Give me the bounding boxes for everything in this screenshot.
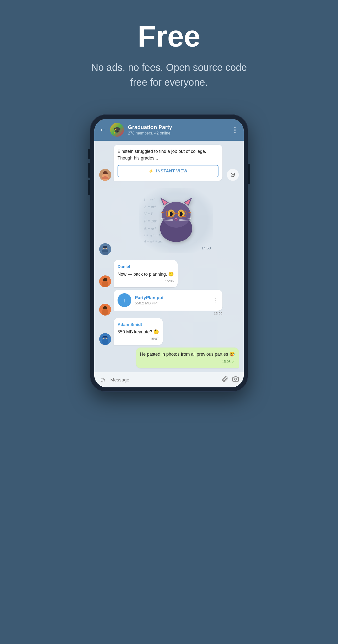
own-bubble: He pasted in photos from all previous pa… — [136, 348, 239, 368]
emoji-button[interactable]: ☺ — [99, 376, 106, 384]
article-text: Einstein struggled to find a job out of … — [117, 148, 219, 162]
daniel-bubble-wrapper: Daniel Now — back to planning. 😉 15:06 — [114, 260, 178, 287]
sticker-background: l = πr²... A = πr² V = l³ P = 2πr A = πr… — [139, 188, 213, 253]
avatar-adam-img — [99, 333, 111, 345]
daniel-bubble: Daniel Now — back to planning. 😉 15:06 — [114, 260, 178, 287]
own-message-row: He pasted in photos from all previous pa… — [99, 348, 239, 368]
phone-wrapper: ← 🎓 Graduation Party 278 members, 42 onl… — [90, 114, 248, 392]
attach-button[interactable] — [222, 376, 228, 384]
file-name[interactable]: PartyPlan.ppt — [135, 295, 210, 300]
chat-header: ← 🎓 Graduation Party 278 members, 42 onl… — [94, 119, 244, 141]
power-button — [88, 149, 90, 159]
sticker-timestamp: 14:58 — [201, 246, 211, 250]
svg-point-16 — [180, 212, 183, 216]
article-message: Einstein struggled to find a job out of … — [99, 145, 239, 181]
adam-text: 550 MB keynote? 🤔 — [117, 329, 159, 336]
daniel-message-row: Daniel Now — back to planning. 😉 15:06 — [99, 260, 239, 287]
daniel-text: Now — back to planning. 😉 — [117, 271, 174, 278]
instant-view-label: INSTANT VIEW — [156, 169, 188, 174]
bolt-icon: ⚡ — [148, 168, 154, 174]
file-menu-button[interactable]: ⋮ — [213, 297, 219, 304]
own-time-value: 15:08 — [222, 359, 231, 364]
svg-point-39 — [102, 338, 108, 345]
svg-rect-38 — [101, 338, 109, 338]
instant-view-button[interactable]: ⚡ INSTANT VIEW — [117, 165, 219, 177]
own-time: 15:08 ✓ — [140, 359, 235, 364]
avatar-file-img — [99, 304, 111, 316]
svg-rect-6 — [102, 250, 108, 252]
daniel-time: 15:06 — [117, 279, 174, 284]
hero-section: Free No ads, no fees. Open source code f… — [0, 0, 338, 104]
avatar-man1-img — [99, 243, 111, 255]
svg-point-40 — [235, 378, 237, 380]
group-meta: 278 members, 42 online — [128, 131, 227, 136]
cat-sticker-svg — [151, 194, 201, 243]
avatar-file-sender — [99, 304, 111, 316]
phone-screen: ← 🎓 Graduation Party 278 members, 42 onl… — [94, 119, 244, 388]
file-download-button[interactable]: ↓ — [117, 293, 131, 307]
forward-icon — [230, 172, 236, 178]
avatar-woman-img — [99, 169, 111, 181]
avatar-woman — [99, 169, 111, 181]
hero-title: Free — [138, 20, 200, 52]
svg-point-29 — [102, 281, 108, 287]
header-menu-button[interactable]: ⋮ — [231, 126, 239, 134]
cat-sticker — [151, 194, 201, 248]
file-bubble-wrapper: ↓ PartyPlan.ppt 550.2 MB PPT ⋮ 15:06 — [114, 290, 222, 316]
avatar-daniel-img — [99, 276, 111, 287]
adam-time: 15:07 — [117, 336, 159, 342]
file-size: 550.2 MB PPT — [135, 301, 210, 305]
group-name[interactable]: Graduation Party — [128, 124, 227, 130]
article-bubble: Einstein struggled to find a job out of … — [114, 145, 222, 181]
input-bar: ☺ — [94, 372, 244, 388]
adam-message-row: Adam Smidt 550 MB keynote? 🤔 15:07 — [99, 318, 239, 345]
daniel-sender: Daniel — [117, 264, 174, 270]
group-info: Graduation Party 278 members, 42 online — [128, 124, 227, 136]
svg-point-15 — [170, 212, 173, 216]
paperclip-icon — [222, 376, 228, 382]
own-text: He pasted in photos from all previous pa… — [140, 351, 235, 358]
side-button-right — [248, 164, 250, 184]
avatar-adam — [99, 333, 111, 345]
phone-outer: ← 🎓 Graduation Party 278 members, 42 onl… — [90, 114, 248, 392]
volume-up-button — [88, 163, 90, 178]
camera-icon — [232, 376, 239, 382]
volume-down-button — [88, 180, 90, 195]
file-time: 15:06 — [114, 312, 222, 316]
adam-bubble-wrapper: Adam Smidt 550 MB keynote? 🤔 15:07 — [114, 318, 163, 345]
adam-bubble: Adam Smidt 550 MB keynote? 🤔 15:07 — [114, 318, 163, 345]
file-info: PartyPlan.ppt 550.2 MB PPT — [135, 295, 210, 305]
adam-sender: Adam Smidt — [117, 322, 159, 328]
forward-button[interactable] — [227, 169, 239, 181]
hero-subtitle: No ads, no fees. Open source code free f… — [82, 60, 256, 90]
file-message-row: ↓ PartyPlan.ppt 550.2 MB PPT ⋮ 15:06 — [99, 290, 239, 316]
sticker-bubble: l = πr²... A = πr² V = l³ P = 2πr A = πr… — [114, 186, 239, 255]
sticker-message: l = πr²... A = πr² V = l³ P = 2πr A = πr… — [99, 183, 239, 258]
svg-point-30 — [103, 280, 104, 282]
svg-point-31 — [106, 280, 107, 282]
read-checkmark: ✓ — [232, 359, 235, 364]
chat-area: Einstein struggled to find a job out of … — [94, 141, 244, 372]
group-avatar: 🎓 — [110, 123, 124, 137]
svg-point-34 — [102, 309, 108, 315]
avatar-man1 — [99, 243, 111, 255]
avatar-daniel — [99, 276, 111, 287]
back-button[interactable]: ← — [99, 126, 106, 134]
file-bubble: ↓ PartyPlan.ppt 550.2 MB PPT ⋮ — [114, 290, 222, 310]
message-input[interactable] — [110, 377, 218, 383]
camera-button[interactable] — [232, 376, 239, 384]
